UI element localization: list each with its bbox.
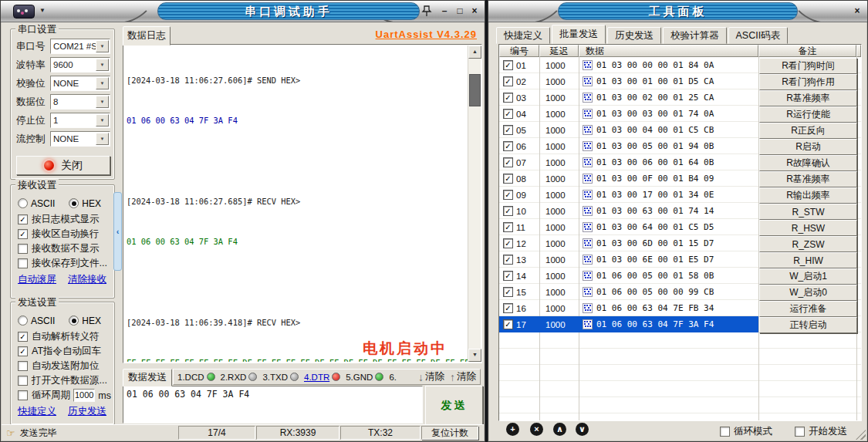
header-delay[interactable]: 延迟	[539, 45, 579, 57]
remark-button[interactable]: R输出频率	[759, 187, 857, 204]
table-row[interactable]: 12 1000 01 03 00 6D 00 01 15 D7 R_ZSW	[499, 235, 861, 251]
cycle-period-option[interactable]: 循环周期 1000 ms	[18, 388, 111, 403]
log-scrollbar[interactable]: ▲ ▼	[468, 46, 481, 362]
combo-select[interactable]: 8 ▼	[50, 94, 110, 110]
row-checkbox[interactable]	[503, 303, 513, 313]
scroll-up-icon[interactable]: ▲	[468, 46, 481, 59]
remark-button[interactable]: W_启动1	[759, 268, 857, 285]
menu-dropdown-icon[interactable]: ▼	[39, 7, 46, 14]
table-row[interactable]: 09 1000 01 03 00 17 00 01 34 0E R输出频率	[499, 187, 861, 203]
row-checkbox[interactable]	[503, 222, 513, 232]
row-checkbox[interactable]	[503, 76, 513, 86]
checkbox-option[interactable]: 自动发送附加位	[18, 359, 111, 373]
row-checkbox[interactable]	[503, 93, 513, 103]
table-row[interactable]: 08 1000 01 03 00 0F 00 01 B4 09 R基准频率	[499, 170, 861, 187]
open-close-port-button[interactable]: 关闭	[16, 156, 110, 175]
remark-button[interactable]: R看门狗时间	[759, 58, 857, 74]
tool-tab[interactable]: 批量发送	[552, 25, 606, 44]
close-icon[interactable]: ×	[851, 5, 863, 17]
history-send-link[interactable]: 历史发送	[68, 405, 106, 418]
signal-indicator[interactable]: 3.TXD	[262, 373, 299, 382]
signal-indicator[interactable]: 2.RXD	[221, 373, 258, 382]
tool-tab[interactable]: 快捷定义	[496, 27, 550, 44]
remark-button[interactable]: R故障确认	[759, 155, 857, 171]
row-checkbox[interactable]	[503, 141, 513, 151]
row-checkbox[interactable]	[503, 174, 513, 184]
start-send-option[interactable]: 开始发送	[795, 425, 847, 438]
table-row[interactable]: 02 1000 01 03 00 01 00 01 D5 CA R看门狗作用	[499, 73, 861, 89]
radio-option[interactable]: HEX	[69, 315, 101, 326]
combo-select[interactable]: NONE ▼	[50, 76, 110, 91]
send-input[interactable]: 01 06 00 63 04 7F 3A F4	[123, 386, 423, 423]
signal-indicator[interactable]: 1.DCD	[177, 373, 215, 382]
row-checkbox[interactable]	[503, 125, 513, 135]
table-row[interactable]: 05 1000 01 03 00 04 00 01 C5 CB R正反向	[499, 122, 861, 138]
reset-count-button[interactable]: 复位计数	[421, 426, 478, 440]
resize-grip[interactable]	[856, 430, 866, 440]
tab-data-send[interactable]: 数据发送	[123, 369, 172, 386]
row-checkbox[interactable]	[503, 206, 513, 216]
clear-receive-button[interactable]: ↓ 清除	[418, 370, 444, 383]
row-checkbox[interactable]	[503, 319, 513, 329]
radio-option[interactable]: ASCII	[18, 315, 55, 326]
scroll-down-icon[interactable]: ▼	[468, 349, 481, 362]
send-button[interactable]: 发送	[425, 386, 483, 425]
table-row[interactable]: 11 1000 01 03 00 64 00 01 C5 D5 R_HSW	[499, 219, 861, 235]
chevron-down-icon[interactable]: ▼	[96, 114, 109, 127]
tool-tab[interactable]: ASCII码表	[728, 27, 789, 44]
header-data[interactable]: 数据	[579, 45, 758, 57]
row-checkbox[interactable]	[503, 109, 513, 119]
chevron-down-icon[interactable]: ▼	[96, 59, 109, 71]
checkbox-option[interactable]: 接收数据不显示	[18, 241, 111, 256]
data-log-area[interactable]: [2024-03-18 11:06:27.606]# SEND HEX> 01 …	[123, 44, 482, 363]
row-checkbox[interactable]	[503, 157, 513, 167]
tab-data-log[interactable]: 数据日志	[123, 26, 171, 46]
uartassist-version-link[interactable]: UartAssist V4.3.29	[376, 29, 477, 40]
add-row-icon[interactable]: +	[506, 423, 519, 436]
checkbox-option[interactable]: 自动解析转义符	[18, 329, 111, 344]
checkbox-option[interactable]: AT指令自动回车	[18, 344, 111, 359]
remark-button[interactable]: 正转启动	[759, 317, 857, 333]
remark-button[interactable]: R_HSW	[759, 220, 857, 236]
table-row[interactable]: 10 1000 01 03 00 63 00 01 74 14 R_STW	[499, 203, 861, 219]
auto-scroll-link[interactable]: 自动滚屏	[18, 273, 56, 286]
remark-button[interactable]: R_STW	[759, 204, 857, 220]
signal-indicator[interactable]: 4.DTR	[304, 373, 340, 382]
pin-icon[interactable]	[421, 5, 432, 17]
chevron-down-icon[interactable]: ▼	[96, 133, 109, 145]
delete-row-icon[interactable]: ×	[530, 423, 543, 436]
chevron-down-icon[interactable]: ▼	[96, 77, 109, 89]
clear-receive-link[interactable]: 清除接收	[68, 273, 106, 286]
table-row[interactable]: 15 1000 01 06 00 05 00 00 99 CB W_启动0	[499, 284, 861, 300]
chevron-down-icon[interactable]: ▼	[96, 96, 109, 108]
remark-button[interactable]: W_启动0	[759, 285, 857, 301]
quick-define-link[interactable]: 快捷定义	[18, 405, 56, 418]
row-checkbox[interactable]	[503, 271, 513, 281]
radio-option[interactable]: ASCII	[18, 198, 55, 209]
minimize-button[interactable]: –	[438, 5, 451, 17]
table-row[interactable]: 07 1000 01 03 00 06 00 01 64 0B R故障确认	[499, 154, 861, 170]
checkbox-option[interactable]: 按日志模式显示	[18, 212, 111, 227]
table-row[interactable]: 04 1000 01 03 00 03 00 01 74 0A R运行使能	[499, 106, 861, 122]
table-row[interactable]: 03 1000 01 03 00 02 00 01 25 CA R基准频率	[499, 89, 861, 106]
row-checkbox[interactable]	[503, 190, 513, 200]
remark-button[interactable]: R启动	[759, 139, 857, 155]
row-checkbox[interactable]	[503, 238, 513, 248]
remark-button[interactable]: 运行准备	[759, 301, 857, 317]
remark-button[interactable]: R基准频率	[759, 171, 857, 187]
panel-collapse-splitter[interactable]: ‹	[113, 192, 122, 271]
checkbox-option[interactable]: 接收保存到文件...	[18, 256, 111, 271]
scrollbar-thumb[interactable]	[469, 74, 481, 106]
remark-button[interactable]: R看门狗作用	[759, 74, 857, 90]
table-row[interactable]: 16 1000 01 06 00 63 04 7E FB 34 运行准备	[499, 300, 861, 316]
loop-mode-option[interactable]: 循环模式	[720, 425, 772, 438]
remark-button[interactable]: R_ZSW	[759, 236, 857, 252]
maximize-button[interactable]: □	[454, 5, 466, 17]
chevron-down-icon[interactable]: ▼	[96, 40, 109, 52]
table-row[interactable]: 01 1000 01 03 00 00 00 01 84 0A R看门狗时间	[499, 57, 861, 73]
remark-button[interactable]: R正反向	[759, 123, 857, 139]
remark-button[interactable]: R运行使能	[759, 106, 857, 123]
combo-select[interactable]: 1 ▼	[50, 113, 110, 128]
combo-select[interactable]: COM21 #Si ▼	[50, 39, 110, 54]
remark-button[interactable]: R基准频率	[759, 90, 857, 106]
